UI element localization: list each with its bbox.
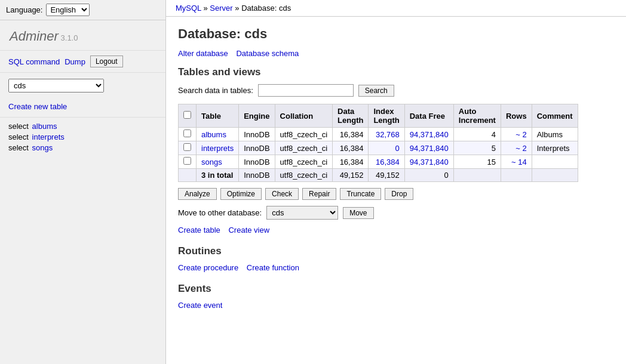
move-db-label: Move to other database: <box>178 208 262 217</box>
table-row: albums InnoDB utf8_czech_ci 16,384 32,76… <box>179 128 578 141</box>
breadcrumb-database: Database: cds <box>241 4 291 13</box>
total-rows <box>501 169 532 182</box>
col-engine: Engine <box>239 104 275 128</box>
index-length-link-songs[interactable]: 16,384 <box>376 158 400 166</box>
data-free-link-songs[interactable]: 94,371,840 <box>410 158 449 166</box>
rows-link-songs[interactable]: ~ 14 <box>511 158 527 166</box>
action-buttons-row: Analyze Optimize Check Repair Truncate D… <box>178 188 614 200</box>
sidebar-actions: SQL command Dump Logout <box>0 50 165 72</box>
tables-section-title: Tables and views <box>178 66 614 78</box>
sidebar-table-link-songs[interactable]: songs <box>32 143 53 152</box>
row-comment-songs <box>532 155 578 169</box>
row-data-length-albums: 16,384 <box>333 128 369 141</box>
total-comment <box>532 169 578 182</box>
table-link-albums[interactable]: albums <box>201 130 226 139</box>
table-link-songs[interactable]: songs <box>201 158 222 166</box>
create-table-link[interactable]: Create table <box>178 226 220 235</box>
row-data-free-albums: 94,371,840 <box>404 128 453 141</box>
repair-button[interactable]: Repair <box>302 188 336 200</box>
total-empty-check <box>179 169 197 182</box>
table-row: interprets InnoDB utf8_czech_ci 16,384 0… <box>179 141 578 155</box>
events-title: Events <box>178 283 614 295</box>
row-rows-interprets: ~ 2 <box>501 141 532 155</box>
row-checkbox-interprets <box>179 141 197 155</box>
sidebar-table-prefix-songs: select <box>8 143 29 152</box>
sidebar-table-link-albums[interactable]: albums <box>32 122 57 131</box>
total-engine: InnoDB <box>239 169 275 182</box>
tables-table: Table Engine Collation DataLength IndexL… <box>178 104 578 182</box>
index-length-link-albums[interactable]: 32,768 <box>376 130 400 139</box>
col-rows: Rows <box>501 104 532 128</box>
total-collation: utf8_czech_ci <box>275 169 333 182</box>
breadcrumb: MySQL » Server » Database: cds <box>166 0 626 17</box>
data-free-link-interprets[interactable]: 94,371,840 <box>410 144 449 153</box>
sidebar-table-list: select albums select interprets select s… <box>0 117 165 156</box>
row-name-interprets: interprets <box>197 141 239 155</box>
row-collation-interprets: utf8_czech_ci <box>275 141 333 155</box>
content-area: Database: cds Alter database Database sc… <box>166 17 626 330</box>
analyze-button[interactable]: Analyze <box>178 188 217 200</box>
checkbox-interprets[interactable] <box>183 143 191 151</box>
col-auto-increment: AutoIncrement <box>453 104 501 128</box>
row-name-albums: albums <box>197 128 239 141</box>
create-table-links: Create table Create view <box>178 226 614 235</box>
events-section: Events Create event <box>178 283 614 310</box>
create-view-link[interactable]: Create view <box>228 226 269 235</box>
alter-database-link[interactable]: Alter database <box>178 49 228 58</box>
move-db-select[interactable]: cds <box>266 206 338 220</box>
optimize-button[interactable]: Optimize <box>220 188 262 200</box>
logout-button[interactable]: Logout <box>90 55 123 67</box>
language-select[interactable]: English Czech German French <box>46 4 90 16</box>
sidebar: Language: English Czech German French Ad… <box>0 0 166 364</box>
checkbox-albums[interactable] <box>183 129 191 137</box>
index-length-link-interprets[interactable]: 0 <box>395 144 400 153</box>
create-procedure-link[interactable]: Create procedure <box>178 263 238 272</box>
create-function-link[interactable]: Create function <box>247 263 299 272</box>
total-index-length: 49,152 <box>369 169 404 182</box>
sidebar-item-albums: select albums <box>8 122 157 131</box>
events-links: Create event <box>178 301 614 310</box>
database-select[interactable]: cds <box>8 79 104 92</box>
select-all-checkbox[interactable] <box>183 111 191 119</box>
row-engine-interprets: InnoDB <box>239 141 275 155</box>
database-schema-link[interactable]: Database schema <box>236 49 299 58</box>
checkbox-songs[interactable] <box>183 157 191 165</box>
search-button[interactable]: Search <box>358 85 394 97</box>
row-auto-increment-interprets: 5 <box>453 141 501 155</box>
move-button[interactable]: Move <box>343 207 373 219</box>
col-data-free: Data Free <box>404 104 453 128</box>
rows-link-albums[interactable]: ~ 2 <box>515 130 526 139</box>
row-collation-songs: utf8_czech_ci <box>275 155 333 169</box>
row-checkbox-albums <box>179 128 197 141</box>
sidebar-table-link-interprets[interactable]: interprets <box>32 132 65 141</box>
move-database-row: Move to other database: cds Move <box>178 206 614 220</box>
drop-button[interactable]: Drop <box>385 188 413 200</box>
breadcrumb-server[interactable]: Server <box>210 4 232 13</box>
row-data-free-interprets: 94,371,840 <box>404 141 453 155</box>
row-comment-interprets: Interprets <box>532 141 578 155</box>
create-new-table-link[interactable]: Create new table <box>8 102 67 111</box>
sql-command-link[interactable]: SQL command <box>8 57 60 66</box>
row-auto-increment-songs: 15 <box>453 155 501 169</box>
breadcrumb-sep2: » <box>235 4 239 13</box>
check-button[interactable]: Check <box>265 188 299 200</box>
truncate-button[interactable]: Truncate <box>340 188 381 200</box>
data-free-link-albums[interactable]: 94,371,840 <box>410 130 449 139</box>
search-input[interactable] <box>258 84 354 97</box>
create-event-link[interactable]: Create event <box>178 301 222 310</box>
search-bar: Search data in tables: Search <box>178 84 614 97</box>
row-data-free-songs: 94,371,840 <box>404 155 453 169</box>
dump-link[interactable]: Dump <box>65 57 85 66</box>
breadcrumb-mysql[interactable]: MySQL <box>176 4 201 13</box>
language-label: Language: <box>6 5 42 14</box>
rows-link-interprets[interactable]: ~ 2 <box>515 144 526 153</box>
col-comment: Comment <box>532 104 578 128</box>
table-link-interprets[interactable]: interprets <box>201 144 234 153</box>
sidebar-item-songs: select songs <box>8 143 157 152</box>
page-title: Database: cds <box>178 26 614 42</box>
routines-section: Routines Create procedure Create functio… <box>178 245 614 272</box>
row-engine-albums: InnoDB <box>239 128 275 141</box>
col-checkbox <box>179 104 197 128</box>
main-content: MySQL » Server » Database: cds Database:… <box>166 0 626 364</box>
col-collation: Collation <box>275 104 333 128</box>
